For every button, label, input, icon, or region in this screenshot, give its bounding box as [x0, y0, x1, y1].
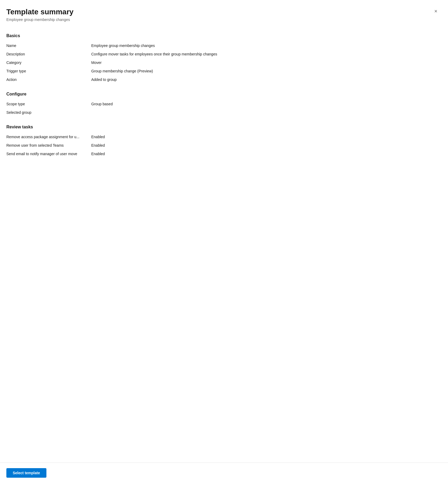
configure-section-title: Configure	[6, 92, 440, 97]
select-template-button[interactable]: Select template	[6, 468, 46, 478]
review-tasks-section-title: Review tasks	[6, 125, 440, 129]
basics-section-title: Basics	[6, 33, 440, 38]
configure-label-scope-type: Scope type	[6, 102, 91, 106]
basics-row-description: Description Configure mover tasks for em…	[6, 50, 440, 59]
panel-content: Basics Name Employee group membership ch…	[0, 27, 448, 463]
basics-value-trigger-type: Group membership change (Preview)	[91, 69, 440, 73]
review-tasks-value-remove-user-teams: Enabled	[91, 143, 440, 147]
basics-row-category: Category Mover	[6, 59, 440, 67]
basics-label-trigger-type: Trigger type	[6, 69, 91, 73]
configure-row-scope-type: Scope type Group based	[6, 100, 440, 109]
review-tasks-row-send-email: Send email to notify manager of user mov…	[6, 150, 440, 159]
panel-title: Template summary	[6, 7, 73, 16]
review-tasks-section: Review tasks Remove access package assig…	[6, 125, 440, 159]
basics-value-category: Mover	[91, 60, 440, 65]
basics-label-category: Category	[6, 60, 91, 65]
close-button[interactable]: ×	[432, 7, 440, 15]
configure-label-selected-group: Selected group	[6, 110, 91, 115]
basics-label-description: Description	[6, 52, 91, 56]
review-tasks-label-remove-user-teams: Remove user from selected Teams	[6, 143, 91, 147]
configure-row-selected-group: Selected group	[6, 109, 440, 117]
header-title-block: Template summary Employee group membersh…	[6, 7, 73, 22]
review-tasks-row-remove-user-teams: Remove user from selected Teams Enabled	[6, 142, 440, 150]
review-tasks-row-remove-access: Remove access package assignment for u..…	[6, 133, 440, 142]
basics-row-name: Name Employee group membership changes	[6, 42, 440, 50]
template-summary-panel: Template summary Employee group membersh…	[0, 0, 448, 483]
review-tasks-label-remove-access: Remove access package assignment for u..…	[6, 135, 91, 139]
basics-label-action: Action	[6, 77, 91, 82]
basics-value-name: Employee group membership changes	[91, 43, 440, 48]
review-tasks-value-send-email: Enabled	[91, 152, 440, 156]
panel-subtitle: Employee group membership changes	[6, 18, 73, 22]
configure-section: Configure Scope type Group based Selecte…	[6, 92, 440, 117]
review-tasks-value-remove-access: Enabled	[91, 135, 440, 139]
panel-header: Template summary Employee group membersh…	[0, 0, 448, 27]
basics-section: Basics Name Employee group membership ch…	[6, 33, 440, 84]
basics-value-action: Added to group	[91, 77, 440, 82]
basics-value-description: Configure mover tasks for employees once…	[91, 52, 440, 56]
basics-row-action: Action Added to group	[6, 76, 440, 84]
basics-row-trigger-type: Trigger type Group membership change (Pr…	[6, 67, 440, 76]
panel-footer: Select template	[0, 463, 448, 483]
basics-label-name: Name	[6, 43, 91, 48]
review-tasks-label-send-email: Send email to notify manager of user mov…	[6, 152, 91, 156]
configure-value-scope-type: Group based	[91, 102, 440, 106]
